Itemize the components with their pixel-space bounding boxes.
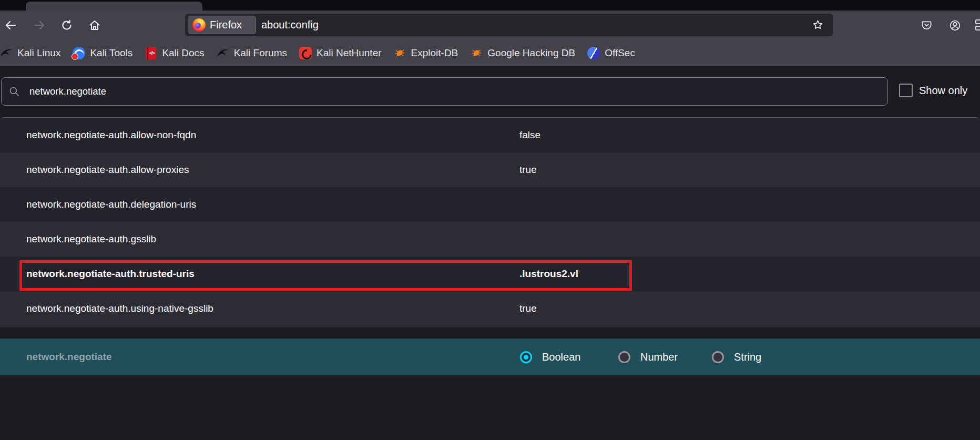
browser-tab[interactable] xyxy=(26,2,202,11)
about-config-page: Show only network.negotiate-auth.allow-n… xyxy=(0,66,980,440)
pref-row[interactable]: network.negotiate-auth.allow-proxies tru… xyxy=(0,152,980,187)
bookmark-google-hacking-db[interactable]: Google Hacking DB xyxy=(470,47,575,59)
bookmark-label: OffSec xyxy=(605,47,635,59)
pref-value: true xyxy=(519,152,537,187)
pref-value: true xyxy=(519,291,537,326)
pref-name: network.negotiate-auth.gsslib xyxy=(26,222,156,257)
bookmark-exploit-db[interactable]: Exploit-DB xyxy=(394,47,458,59)
bookmark-label: Kali NetHunter xyxy=(317,47,382,59)
back-arrow-icon xyxy=(4,19,17,32)
bookmarks-toolbar: Kali Linux Kali Tools </> Kali Docs Kali… xyxy=(0,39,980,66)
bookmark-label: Exploit-DB xyxy=(411,47,458,59)
bookmark-offsec[interactable]: OffSec xyxy=(587,47,635,59)
account-icon xyxy=(949,19,961,32)
search-icon xyxy=(9,86,20,97)
radio-string[interactable] xyxy=(712,351,724,363)
pref-row[interactable]: network.negotiate-auth.using-native-gssl… xyxy=(0,291,980,326)
type-option-boolean[interactable]: Boolean xyxy=(520,339,580,375)
forward-button[interactable] xyxy=(33,19,46,32)
pref-name: network.negotiate-auth.using-native-gssl… xyxy=(26,291,213,326)
radio-label: String xyxy=(734,351,761,363)
url-bar[interactable]: Firefox about:config xyxy=(185,14,833,36)
kali-tools-icon xyxy=(73,47,85,59)
pref-search-box[interactable] xyxy=(1,77,888,106)
kali-dragon-icon xyxy=(0,47,13,59)
bookmark-kali-tools[interactable]: Kali Tools xyxy=(73,47,132,59)
bug-icon xyxy=(394,47,406,59)
bookmark-label: Kali Forums xyxy=(234,47,287,59)
pref-row-trusted-uris[interactable]: network.negotiate-auth.trusted-uris .lus… xyxy=(0,257,980,291)
tab-strip xyxy=(0,0,980,11)
pref-name: network.negotiate-auth.delegation-uris xyxy=(26,187,196,222)
bookmark-label: Google Hacking DB xyxy=(487,47,575,59)
identity-chip-label: Firefox xyxy=(210,19,242,31)
pref-value: false xyxy=(519,118,540,152)
bookmark-label: Kali Linux xyxy=(17,47,60,59)
pref-name: network.negotiate-auth.allow-non-fqdn xyxy=(26,118,196,152)
pref-name: network.negotiate-auth.trusted-uris xyxy=(26,257,195,291)
radio-number[interactable] xyxy=(618,351,630,363)
pref-row[interactable]: network.negotiate-auth.gsslib xyxy=(0,222,980,257)
firefox-window: { "browser": { "nav": { "back": "back-ar… xyxy=(0,0,980,440)
bookmark-label: Kali Docs xyxy=(162,47,204,59)
firefox-logo-icon xyxy=(192,18,206,32)
pref-row[interactable]: network.negotiate-auth.delegation-uris xyxy=(0,187,980,222)
bookmark-kali-linux[interactable]: Kali Linux xyxy=(0,47,60,59)
offsec-icon xyxy=(587,47,600,59)
show-only-checkbox[interactable] xyxy=(899,84,913,97)
kali-docs-icon: </> xyxy=(146,47,156,59)
home-button[interactable] xyxy=(88,19,101,32)
radio-label: Number xyxy=(640,351,678,363)
back-button[interactable] xyxy=(4,19,17,32)
forward-arrow-icon xyxy=(33,19,46,32)
reload-icon xyxy=(60,19,73,32)
show-only-label: Show only xyxy=(919,84,967,97)
kali-nethunter-icon xyxy=(299,47,312,59)
radio-boolean[interactable] xyxy=(520,351,532,363)
type-option-number[interactable]: Number xyxy=(618,339,678,375)
pocket-button[interactable] xyxy=(921,19,933,32)
pref-row[interactable]: network.negotiate-auth.allow-non-fqdn fa… xyxy=(0,118,980,152)
identity-chip[interactable]: Firefox xyxy=(188,16,256,34)
search-input[interactable] xyxy=(29,78,871,105)
type-option-string[interactable]: String xyxy=(712,339,761,375)
pref-name: network.negotiate-auth.allow-proxies xyxy=(26,152,189,187)
bookmark-label: Kali Tools xyxy=(90,47,132,59)
pocket-icon xyxy=(921,19,933,32)
bookmark-kali-nethunter[interactable]: Kali NetHunter xyxy=(299,47,382,59)
clipped-toolbar-icon[interactable] xyxy=(975,19,980,31)
bookmark-kali-docs[interactable]: </> Kali Docs xyxy=(145,47,204,59)
account-button[interactable] xyxy=(949,19,961,32)
url-text: about:config xyxy=(261,14,319,36)
type-options: Boolean Number String xyxy=(0,339,980,375)
nav-toolbar: Firefox about:config xyxy=(0,11,980,39)
radio-label: Boolean xyxy=(542,351,580,363)
reload-button[interactable] xyxy=(60,19,73,32)
pref-editor-row: network.negotiate Boolean Number String xyxy=(0,339,980,375)
bookmark-kali-forums[interactable]: Kali Forums xyxy=(217,47,287,59)
bookmark-star-button[interactable] xyxy=(812,19,824,31)
home-icon xyxy=(88,19,101,32)
pref-value: .lustrous2.vl xyxy=(519,257,578,291)
star-icon xyxy=(812,19,824,31)
pref-table: network.negotiate-auth.allow-non-fqdn fa… xyxy=(0,117,980,326)
bug-icon xyxy=(470,47,483,59)
kali-dragon-icon xyxy=(217,47,229,59)
